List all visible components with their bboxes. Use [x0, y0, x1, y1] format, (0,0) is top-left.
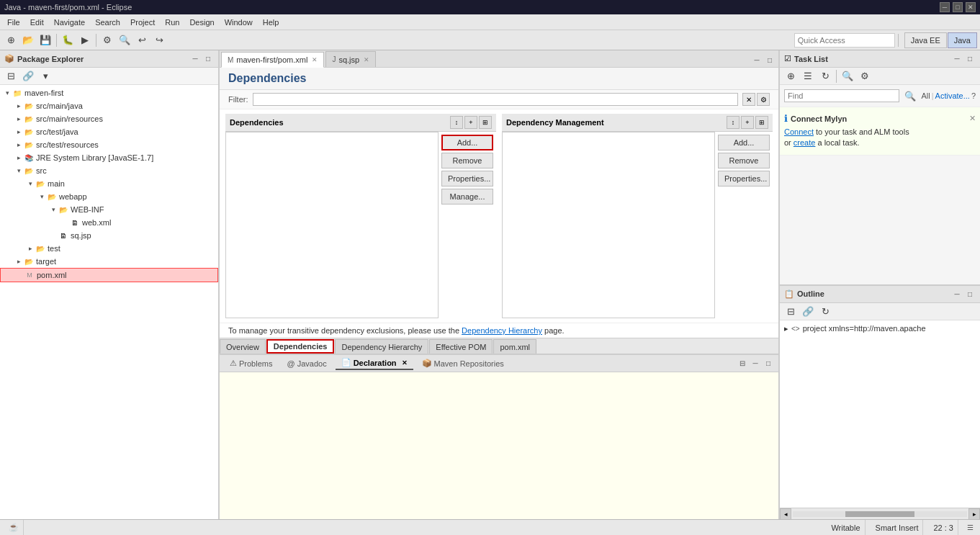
new-button[interactable]: ⊕ [3, 32, 19, 48]
tree-item-src-main-resources[interactable]: ▸ 📂 src/main/resources [0, 112, 218, 125]
tree-item-jre[interactable]: ▸ 📚 JRE System Library [JavaSE-1.7] [0, 151, 218, 164]
tree-item-src[interactable]: ▾ 📂 src [0, 164, 218, 177]
minimize-editor-button[interactable]: ─ [751, 54, 763, 66]
dep-mgmt-sort-button[interactable]: ↕ [727, 116, 740, 129]
java-ee-perspective[interactable]: Java EE [904, 32, 947, 48]
tree-item-src-test-java[interactable]: ▸ 📂 src/test/java [0, 125, 218, 138]
task-new-button[interactable]: ⊕ [783, 68, 799, 84]
tree-item-webxml[interactable]: ▸ 🗎 web.xml [0, 216, 218, 229]
collapse-all-button[interactable]: ⊟ [3, 68, 19, 84]
run-button[interactable]: ▶ [77, 32, 93, 48]
filter-options-button[interactable]: ⚙ [757, 93, 770, 106]
add-dep-mgmt-button[interactable]: Add... [718, 135, 770, 150]
tree-item-target[interactable]: ▸ 📂 target [0, 255, 218, 268]
close-button[interactable]: ✕ [966, 2, 976, 12]
tree-item-src-main-java[interactable]: ▸ 📂 src/main/java [0, 99, 218, 112]
tab-pomxml-editor[interactable]: pom.xml [493, 339, 536, 354]
menu-run[interactable]: Run [161, 17, 184, 28]
dep-mgmt-expand-button[interactable]: ⊞ [755, 116, 768, 129]
tree-item-main[interactable]: ▾ 📂 main [0, 177, 218, 190]
dependency-hierarchy-link[interactable]: Dependency Hierarchy [462, 326, 542, 335]
window-controls[interactable]: ─ □ ✕ [940, 2, 976, 12]
bottom-panel-btn-1[interactable]: ⊟ [737, 358, 748, 369]
dep-mgmt-properties-button[interactable]: Properties... [718, 171, 770, 186]
properties-button[interactable]: Properties... [441, 171, 493, 186]
tab-close-button[interactable]: ✕ [364, 56, 369, 63]
scroll-right-arrow[interactable]: ▸ [968, 508, 980, 520]
add-dependency-button[interactable]: Add... [441, 135, 493, 150]
deps-sort-button[interactable]: ↕ [450, 116, 463, 129]
tab-close-button[interactable]: ✕ [312, 56, 318, 63]
tab-maven-repos[interactable]: 📦 Maven Repositories [416, 357, 510, 369]
menu-design[interactable]: Design [185, 17, 218, 28]
tab-dependencies[interactable]: Dependencies [266, 339, 335, 354]
filter-input[interactable] [253, 93, 739, 106]
tab-effective-pom[interactable]: Effective POM [429, 339, 493, 354]
toolbar-btn-3[interactable]: ↩ [134, 32, 150, 48]
quick-access-input[interactable] [794, 33, 895, 48]
tab-sqjsp[interactable]: J sq.jsp ✕ [325, 51, 376, 67]
tab-problems[interactable]: ⚠ Problems [224, 357, 278, 369]
tree-item-test[interactable]: ▸ 📂 test [0, 242, 218, 255]
task-find-input[interactable] [784, 89, 899, 102]
tab-pomxml[interactable]: M maven-first/pom.xml ✕ [221, 52, 324, 68]
tab-declaration[interactable]: 📄 Declaration ✕ [336, 356, 413, 370]
scroll-left-arrow[interactable]: ◂ [780, 508, 791, 520]
tab-overview[interactable]: Overview [220, 339, 266, 354]
link-editor-button[interactable]: 🔗 [20, 68, 36, 84]
task-minimize-button[interactable]: ─ [951, 53, 963, 65]
menu-project[interactable]: Project [126, 17, 159, 28]
tree-item-sqjsp[interactable]: ▸ 🗎 sq.jsp [0, 229, 218, 242]
outline-item-project[interactable]: ▸ <> project xmlns=http://maven.apache [783, 323, 977, 334]
declaration-close-icon[interactable]: ✕ [402, 359, 408, 367]
menu-edit[interactable]: Edit [26, 17, 48, 28]
tree-item-webinf[interactable]: ▾ 📂 WEB-INF [0, 203, 218, 216]
bottom-panel-minimize[interactable]: □ [763, 358, 774, 369]
menu-file[interactable]: File [3, 17, 24, 28]
tree-item-src-test-resources[interactable]: ▸ 📂 src/test/resources [0, 138, 218, 151]
deps-expand-button[interactable]: ⊞ [479, 116, 492, 129]
menu-window[interactable]: Window [220, 17, 257, 28]
manage-button[interactable]: Manage... [441, 189, 493, 204]
remove-dep-mgmt-button[interactable]: Remove [718, 153, 770, 168]
debug-button[interactable]: 🐛 [60, 32, 76, 48]
outline-collapse-button[interactable]: ⊟ [783, 303, 799, 319]
tab-dependency-hierarchy[interactable]: Dependency Hierarchy [335, 339, 428, 354]
outline-sync-button[interactable]: ↻ [817, 303, 833, 319]
clear-filter-button[interactable]: ✕ [742, 93, 755, 106]
menu-search[interactable]: Search [91, 17, 125, 28]
maximize-panel-button[interactable]: □ [202, 53, 214, 65]
task-filter-button[interactable]: 🔍 [840, 68, 855, 84]
view-menu-button[interactable]: ▾ [37, 68, 53, 84]
task-categorize-button[interactable]: ☰ [800, 68, 816, 84]
task-maximize-button[interactable]: □ [964, 53, 976, 65]
mylyn-close-button[interactable]: ✕ [969, 114, 976, 123]
task-settings-button[interactable]: ⚙ [857, 68, 873, 84]
help-icon[interactable]: ? [971, 91, 976, 100]
toolbar-btn-4[interactable]: ↪ [151, 32, 167, 48]
status-menu-button[interactable]: ☰ [964, 522, 976, 534]
minimize-panel-button[interactable]: ─ [189, 53, 201, 65]
toolbar-btn-2[interactable]: 🔍 [117, 32, 132, 48]
minimize-button[interactable]: ─ [940, 2, 950, 12]
find-activate-label[interactable]: Activate... [935, 91, 970, 100]
java-perspective[interactable]: Java [948, 32, 977, 48]
outline-link-button[interactable]: 🔗 [800, 303, 816, 319]
save-button[interactable]: 💾 [37, 32, 53, 48]
scroll-track[interactable] [793, 511, 967, 517]
bottom-panel-btn-2[interactable]: ─ [750, 358, 761, 369]
connect-link[interactable]: Connect [784, 127, 814, 136]
deps-add-button[interactable]: + [464, 116, 477, 129]
tree-item-pomxml[interactable]: ▸ M pom.xml [0, 268, 218, 282]
tree-item-webapp[interactable]: ▾ 📂 webapp [0, 190, 218, 203]
create-link[interactable]: create [794, 138, 816, 147]
task-sync-button[interactable]: ↻ [817, 68, 833, 84]
dep-mgmt-add-list-button[interactable]: + [741, 116, 754, 129]
maximize-button[interactable]: □ [953, 2, 963, 12]
menu-help[interactable]: Help [259, 17, 284, 28]
right-scrollbar[interactable]: ◂ ▸ [780, 508, 980, 519]
outline-maximize-button[interactable]: □ [964, 288, 976, 300]
menu-navigate[interactable]: Navigate [50, 17, 89, 28]
find-search-icon[interactable]: 🔍 [902, 88, 918, 104]
tab-javadoc[interactable]: @ Javadoc [281, 358, 332, 369]
